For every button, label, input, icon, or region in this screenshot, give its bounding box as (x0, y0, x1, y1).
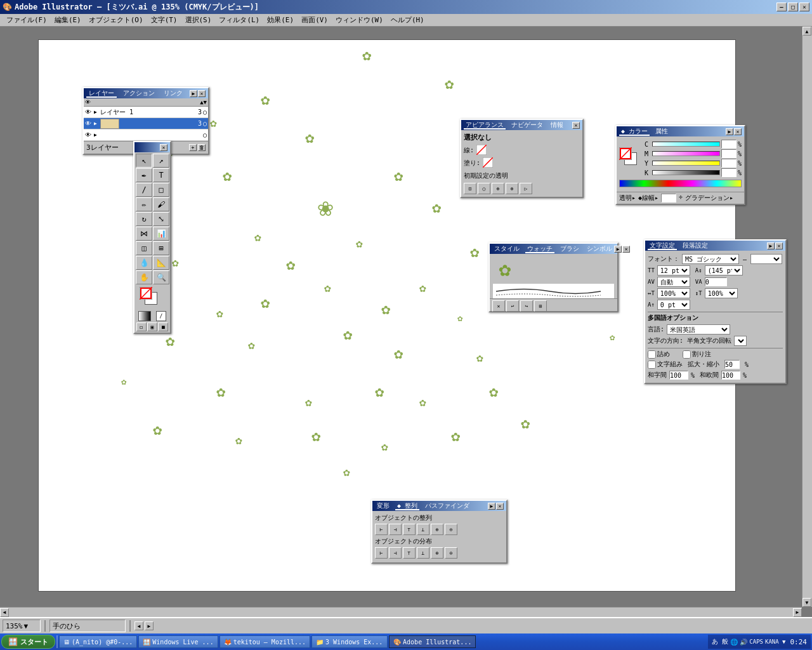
transform-close-button[interactable]: ✕ (496, 503, 504, 510)
color-close-button[interactable]: ✕ (734, 128, 742, 135)
menu-effect[interactable]: 効果(E) (263, 14, 298, 26)
tab-attributes[interactable]: 属性 (653, 128, 670, 135)
scale-h-select[interactable]: 100% (657, 288, 690, 298)
align-left-button[interactable]: ⊢ (375, 524, 388, 535)
layer-row-1[interactable]: 👁 ▶ レイヤー 1 3 ○ (84, 107, 208, 118)
taskbar-item-5[interactable]: 🎨 Adobe Illustrat... (389, 635, 476, 648)
c-value[interactable] (721, 140, 737, 149)
tracking-input[interactable] (705, 277, 727, 286)
pen-tool[interactable]: ✒ (136, 168, 152, 182)
appear-btn-1[interactable]: ⊡ (464, 183, 476, 194)
align-bottom-button[interactable]: ⊖ (445, 524, 457, 535)
gradient-tool[interactable]: ◫ (136, 241, 152, 255)
maximize-button[interactable]: □ (788, 3, 798, 11)
layer-arrow-3[interactable]: ▶ (94, 132, 100, 138)
style-btn-arrow2[interactable]: ↪ (520, 300, 533, 312)
tab-appearance[interactable]: アピアランス (464, 121, 506, 129)
tab-transform[interactable]: 変形 (375, 502, 391, 509)
screen-mode-3[interactable]: ■ (158, 322, 168, 331)
style-btn-add[interactable]: ⊞ (534, 300, 547, 312)
menu-object[interactable]: オブジェクト(O) (85, 14, 147, 26)
baseline-select[interactable]: 0 pt (657, 300, 690, 310)
tab-layers[interactable]: レイヤー (86, 90, 117, 98)
align-center-v-button[interactable]: ⊕ (431, 524, 443, 535)
lang-select[interactable]: 米国英語 (667, 324, 730, 335)
status-left-arrow[interactable]: ◀ (134, 621, 143, 630)
dist-center-h-button[interactable]: ⊣ (389, 547, 402, 559)
align-top-button[interactable]: ⊥ (417, 524, 429, 535)
align-right-button[interactable]: ⊤ (403, 524, 416, 535)
transparency-link[interactable]: 透明▸ (619, 194, 636, 202)
layers-options-button[interactable]: ▶ (190, 90, 197, 97)
dist-left-button[interactable]: ⊢ (375, 547, 388, 559)
expand-input[interactable] (724, 360, 740, 369)
mesh-tool[interactable]: ⊞ (153, 241, 169, 255)
style-btn-x[interactable]: ✕ (492, 300, 505, 312)
taskbar-item-2[interactable]: 🪟 Windows Live ... (138, 635, 218, 648)
screen-mode-2[interactable]: ▣ (147, 322, 157, 331)
tab-actions[interactable]: アクション (121, 90, 157, 96)
styles-close-button[interactable]: ✕ (622, 246, 630, 253)
kumiage-check[interactable] (648, 361, 656, 369)
stroke-width-input[interactable] (661, 194, 676, 202)
tab-brush[interactable]: ブラシ (558, 245, 581, 252)
taskbar-item-1[interactable]: 🖥 (A_nito) @#0-... (59, 635, 137, 648)
brush-tool[interactable]: 🖌 (153, 197, 169, 211)
layer-row-2[interactable]: 👁 ▶ 3 ○ (84, 118, 208, 129)
color-spectrum[interactable] (619, 180, 742, 187)
minimize-button[interactable]: – (776, 3, 787, 11)
tab-align[interactable]: ◆ 整列 (395, 502, 419, 510)
menu-window[interactable]: ウィンドウ(W) (332, 14, 387, 26)
menu-edit[interactable]: 編集(E) (51, 14, 85, 26)
appearance-close-button[interactable]: ✕ (572, 122, 580, 129)
direction-select[interactable] (734, 336, 747, 346)
layer-arrow-2[interactable]: ▶ (94, 121, 100, 126)
y-slider[interactable] (652, 161, 720, 166)
leading-select[interactable]: (145 pt) (705, 265, 743, 275)
menu-file[interactable]: ファイル(F) (3, 14, 51, 26)
size-select[interactable]: 12 pt (657, 265, 690, 275)
pencil-tool[interactable]: ✏ (136, 197, 152, 211)
line-tool[interactable]: / (136, 183, 152, 197)
type-tool[interactable]: T (153, 168, 169, 182)
appear-btn-4[interactable]: ⊗ (506, 183, 518, 194)
menu-type[interactable]: 文字(T) (147, 14, 181, 26)
tab-color[interactable]: ◆ カラー (619, 128, 650, 136)
gradient-link[interactable]: グラデーション▸ (685, 194, 733, 202)
tab-char-settings[interactable]: 文字設定 (648, 242, 677, 250)
dist-top-button[interactable]: ⊥ (417, 547, 429, 559)
new-layer-button[interactable]: + (189, 144, 197, 151)
taskbar-item-4[interactable]: 📁 3 Windows Ex... (311, 635, 388, 648)
color-options-button[interactable]: ▶ (726, 128, 733, 135)
scroll-down[interactable]: ▼ (204, 99, 207, 105)
hand-tool[interactable]: ✋ (136, 270, 152, 284)
kumiage-checkbox[interactable]: 文字組み (648, 360, 683, 369)
layer-arrow-1[interactable]: ▶ (94, 109, 100, 115)
menu-filter[interactable]: フィルタ(L) (215, 14, 263, 26)
menu-help[interactable]: ヘルプ(H) (387, 14, 428, 26)
wari-checkbox[interactable]: 割り注 (683, 350, 711, 359)
scale-tool[interactable]: ⤡ (153, 212, 169, 226)
rect-tool[interactable]: □ (153, 183, 169, 197)
rotate-tool[interactable]: ↻ (136, 212, 152, 226)
font-style-select[interactable] (750, 254, 782, 264)
waoujiakan-input[interactable] (721, 371, 740, 380)
stroke-color-box[interactable] (140, 287, 152, 300)
wari-check[interactable] (683, 350, 691, 359)
gradient-swatch[interactable] (138, 311, 151, 321)
dist-bottom-button[interactable]: ⊖ (445, 547, 457, 559)
layers-close-button[interactable]: ✕ (198, 90, 206, 97)
appear-btn-2[interactable]: ○ (478, 183, 490, 194)
typography-close-button[interactable]: ✕ (775, 242, 783, 249)
stroke-width-link[interactable]: ◆線幅▸ (638, 194, 658, 202)
h-scroll-thumb[interactable] (10, 610, 792, 615)
m-slider[interactable] (652, 151, 720, 156)
screen-mode-1[interactable]: ◻ (136, 322, 147, 331)
appear-btn-5[interactable]: ▷ (520, 183, 532, 194)
stroke-swatch[interactable] (619, 147, 632, 160)
style-btn-arrow[interactable]: ↩ (506, 300, 519, 312)
tab-info[interactable]: 情報 (549, 121, 565, 128)
menu-view[interactable]: 画面(V) (298, 14, 332, 26)
align-center-h-button[interactable]: ⊣ (389, 524, 402, 535)
typography-options-button[interactable]: ▶ (767, 242, 775, 249)
